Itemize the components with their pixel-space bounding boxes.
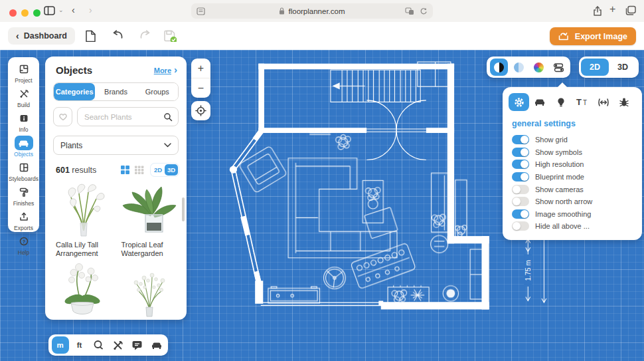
- grid-3x3-view-icon[interactable]: [134, 165, 145, 175]
- close-window-icon[interactable]: [9, 9, 17, 17]
- couch-icon: [151, 340, 163, 350]
- settings-tab-dimensions[interactable]: [593, 93, 613, 111]
- hide-all-above-toggle[interactable]: [512, 221, 529, 231]
- product-name: Tropical Leaf Watergarden: [121, 241, 181, 258]
- locate-button[interactable]: [191, 101, 210, 120]
- export-image-button[interactable]: Export Image: [550, 27, 636, 45]
- grid-2x2-view-icon[interactable]: [120, 165, 130, 175]
- new-document-icon[interactable]: [85, 30, 98, 42]
- undo-icon[interactable]: [112, 30, 125, 42]
- tools-button[interactable]: [110, 336, 127, 354]
- sidebar-item-help[interactable]: ? Help: [8, 234, 39, 256]
- show-grid-toggle[interactable]: [512, 135, 529, 144]
- show-north-arrow-toggle[interactable]: [512, 197, 529, 206]
- orchid-thumb: [53, 262, 115, 320]
- sidebar-toggle-icon[interactable]: [44, 6, 56, 16]
- sidebar-item-build[interactable]: Build: [8, 86, 39, 108]
- address-bar[interactable]: floorplanner.com: [191, 3, 433, 19]
- console-table: [362, 181, 383, 223]
- settings-tab-general[interactable]: [509, 93, 529, 111]
- product-name: Calla Lily Tall Arrangement: [56, 241, 115, 258]
- tab-brands[interactable]: Brands: [95, 83, 136, 100]
- sidebar-item-project[interactable]: Project: [8, 62, 39, 84]
- double-door[interactable]: [366, 100, 426, 160]
- sidebar-item-info[interactable]: Info: [8, 111, 39, 133]
- tab-groups[interactable]: Groups: [137, 83, 178, 100]
- reader-icon[interactable]: [197, 7, 205, 15]
- white-bouquet-thumb: [119, 262, 181, 320]
- view-settings-button[interactable]: [550, 59, 568, 76]
- blueprint-mode-toggle[interactable]: [512, 172, 529, 181]
- view-settings-popup: TT general settings Show grid Show symbo…: [503, 87, 642, 240]
- setting-image-smoothing: Image smoothing: [512, 208, 642, 221]
- favorites-button[interactable]: [53, 107, 72, 126]
- tab-overview-icon[interactable]: [625, 5, 637, 16]
- chevron-down-icon[interactable]: ⌄: [58, 7, 64, 13]
- high-resolution-toggle[interactable]: [512, 160, 529, 169]
- image-smoothing-toggle[interactable]: [512, 209, 529, 219]
- settings-tab-debug[interactable]: [614, 93, 635, 111]
- mode-3d-button[interactable]: 3D: [609, 59, 637, 76]
- lock-icon: [279, 7, 285, 15]
- sidebar-item-exports[interactable]: Exports: [8, 209, 39, 231]
- results-2d-button[interactable]: 2D: [151, 164, 165, 176]
- zoom-in-button[interactable]: +: [191, 59, 210, 78]
- forward-icon[interactable]: ›: [89, 5, 92, 15]
- furniture-button[interactable]: [148, 336, 165, 354]
- reload-icon[interactable]: [420, 7, 428, 15]
- render-style-controls: [487, 57, 570, 78]
- furniture[interactable]: [238, 133, 483, 304]
- mode-toggle: 2D 3D: [579, 57, 639, 78]
- sidebar-item-finishes[interactable]: Finishes: [8, 185, 39, 207]
- unit-m-button[interactable]: m: [52, 336, 69, 354]
- back-icon[interactable]: ‹: [72, 5, 75, 15]
- category-dropdown[interactable]: Plants: [53, 136, 179, 155]
- product-card[interactable]: Calla Lily Tall Arrangement: [53, 180, 115, 262]
- translate-icon[interactable]: [405, 7, 414, 15]
- product-card[interactable]: [53, 262, 115, 320]
- gear-icon: [514, 97, 524, 108]
- mode-2d-button[interactable]: 2D: [581, 59, 609, 76]
- product-card[interactable]: Tropical Leaf Watergarden: [119, 180, 181, 262]
- save-icon[interactable]: [163, 30, 177, 42]
- unit-ft-button[interactable]: ft: [71, 336, 88, 354]
- zoom-window-icon[interactable]: [33, 9, 40, 17]
- measure-zoom-button[interactable]: [90, 336, 108, 354]
- panel-scrollbar[interactable]: [182, 197, 185, 221]
- tv-console: [268, 287, 320, 303]
- comments-button[interactable]: [129, 336, 146, 354]
- info-icon: [19, 113, 29, 124]
- product-card[interactable]: [119, 262, 181, 320]
- search-field[interactable]: [77, 107, 179, 126]
- results-3d-button[interactable]: 3D: [165, 164, 178, 176]
- redo-icon[interactable]: [138, 30, 151, 42]
- chevron-down-icon: [164, 143, 171, 148]
- search-input[interactable]: [83, 112, 163, 122]
- traffic-lights[interactable]: [9, 7, 45, 19]
- sidebar-item-styleboards[interactable]: Styleboards: [8, 160, 39, 182]
- color-style-button[interactable]: [530, 59, 548, 76]
- more-link[interactable]: More›: [154, 64, 177, 76]
- zoom-controls: + −: [191, 59, 210, 98]
- sidebar-item-objects[interactable]: Objects: [8, 136, 39, 158]
- planter-box: [388, 285, 429, 304]
- chevron-right-icon: ›: [174, 64, 177, 75]
- duotone-style-button[interactable]: [510, 59, 528, 76]
- results-2d3d-toggle: 2D 3D: [151, 164, 179, 176]
- show-cameras-toggle[interactable]: [512, 185, 529, 194]
- zoom-out-button[interactable]: −: [191, 78, 210, 98]
- settings-tab-text[interactable]: TT: [572, 93, 592, 111]
- dashboard-label: Dashboard: [24, 31, 67, 41]
- settings-tab-lighting[interactable]: [551, 93, 572, 111]
- show-symbols-toggle[interactable]: [512, 148, 529, 157]
- objects-panel: Objects More› Categories Brands Groups P…: [45, 57, 187, 320]
- results-count: 601 results: [56, 166, 96, 175]
- settings-tab-furniture[interactable]: [530, 93, 550, 111]
- round-table: [431, 235, 448, 253]
- new-tab-icon[interactable]: +: [609, 3, 615, 15]
- minimize-window-icon[interactable]: [21, 9, 29, 17]
- share-icon[interactable]: [592, 5, 603, 17]
- dashboard-back-button[interactable]: ‹Dashboard: [8, 27, 75, 45]
- contrast-style-button[interactable]: [490, 59, 508, 76]
- tab-categories[interactable]: Categories: [54, 83, 95, 100]
